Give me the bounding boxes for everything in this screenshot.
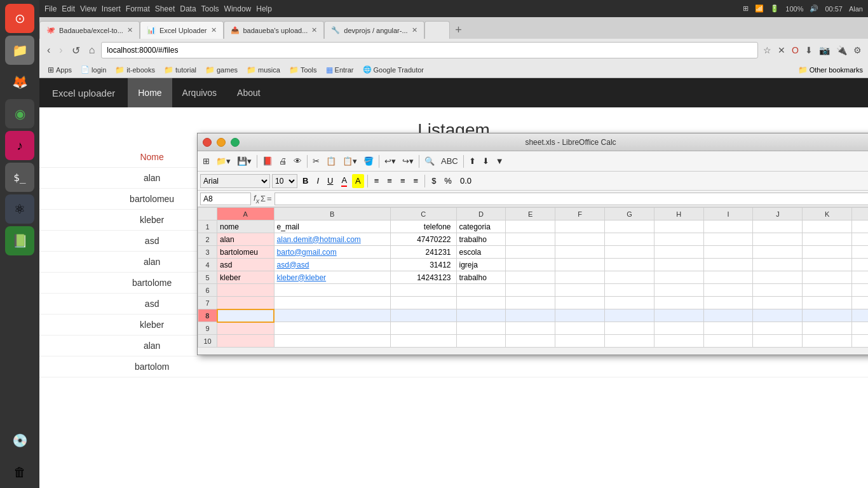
cell-a2[interactable]: alan bbox=[217, 233, 275, 246]
lo-preview-btn[interactable]: 👁 bbox=[291, 154, 304, 169]
download-icon[interactable]: ⬇ bbox=[804, 44, 814, 57]
align-left-button[interactable]: ≡ bbox=[371, 174, 383, 188]
cell-b5[interactable]: kleber@kleber bbox=[274, 271, 390, 284]
cell-k7[interactable] bbox=[803, 297, 852, 309]
cell-f6[interactable] bbox=[555, 284, 605, 297]
lo-redo-btn[interactable]: ↪▾ bbox=[400, 154, 416, 169]
cell-g7[interactable] bbox=[605, 297, 654, 309]
cell-i6[interactable] bbox=[703, 284, 753, 297]
cell-h7[interactable] bbox=[654, 297, 703, 309]
settings-icon[interactable]: ⚙ bbox=[852, 44, 863, 57]
cell-f8[interactable] bbox=[555, 309, 605, 322]
browser-tab-2[interactable]: 📊 Excel Uploader ✕ bbox=[140, 21, 224, 39]
lo-maximize-button[interactable] bbox=[231, 138, 240, 147]
disk-icon[interactable]: 💿 bbox=[5, 426, 34, 455]
align-justify-button[interactable]: ≡ bbox=[410, 174, 422, 188]
browser-tab-3[interactable]: 📤 badaueba's upload... ✕ bbox=[224, 21, 325, 39]
lo-pdf-btn[interactable]: 📕 bbox=[260, 154, 275, 169]
lo-sort-asc-btn[interactable]: ⬆ bbox=[466, 154, 478, 169]
firefox-icon[interactable]: 🦊 bbox=[5, 67, 34, 97]
cell-h6[interactable] bbox=[654, 284, 703, 297]
cell-k1[interactable] bbox=[803, 220, 852, 233]
cell-c6[interactable] bbox=[390, 284, 456, 297]
bookmark-apps[interactable]: ⊞ Apps bbox=[44, 64, 75, 76]
cell-e10[interactable] bbox=[506, 335, 555, 348]
cell-d10[interactable] bbox=[456, 335, 506, 348]
cell-l9[interactable] bbox=[852, 322, 868, 335]
cell-l2[interactable] bbox=[852, 233, 868, 246]
cell-c2[interactable]: 47470222 bbox=[390, 233, 456, 246]
cell-i2[interactable] bbox=[703, 233, 753, 246]
home-button[interactable]: ⌂ bbox=[86, 43, 98, 57]
cell-j5[interactable] bbox=[753, 271, 803, 284]
lo-close-button[interactable] bbox=[203, 138, 212, 147]
cell-f2[interactable] bbox=[555, 233, 605, 246]
col-header-k[interactable]: K bbox=[803, 208, 852, 220]
bookmark-tools[interactable]: 📁 Tools bbox=[286, 64, 320, 76]
cell-g2[interactable] bbox=[605, 233, 654, 246]
nav-item-about[interactable]: About bbox=[227, 78, 271, 107]
cell-b4[interactable]: asd@asd bbox=[274, 259, 390, 271]
lo-autofilter-btn[interactable]: ▼ bbox=[493, 154, 506, 169]
cell-l8[interactable] bbox=[852, 309, 868, 322]
cell-l5[interactable] bbox=[852, 271, 868, 284]
cell-l3[interactable] bbox=[852, 246, 868, 259]
cell-d2[interactable]: trabalho bbox=[456, 233, 506, 246]
cell-j9[interactable] bbox=[753, 322, 803, 335]
lo-copy-btn[interactable]: 📋 bbox=[323, 154, 339, 169]
font-color-button[interactable]: A bbox=[338, 174, 350, 188]
cell-a3[interactable]: bartolomeu bbox=[217, 246, 275, 259]
cell-b6[interactable] bbox=[274, 284, 390, 297]
cell-b9[interactable] bbox=[274, 322, 390, 335]
highlight-color-button[interactable]: A bbox=[352, 174, 364, 188]
browser-close-icon[interactable]: ✕ bbox=[776, 44, 787, 57]
cell-c7[interactable] bbox=[390, 297, 456, 309]
cell-a8[interactable] bbox=[217, 309, 275, 322]
address-bar[interactable] bbox=[101, 42, 758, 58]
cell-a7[interactable] bbox=[217, 297, 275, 309]
cell-e4[interactable] bbox=[506, 259, 555, 271]
cell-c5[interactable]: 14243123 bbox=[390, 271, 456, 284]
screenshot-icon[interactable]: 📷 bbox=[818, 44, 831, 57]
lo-undo-btn[interactable]: ↩▾ bbox=[382, 154, 398, 169]
percent-button[interactable]: % bbox=[441, 174, 455, 188]
opera-icon[interactable]: O bbox=[790, 44, 800, 57]
lo-minimize-button[interactable] bbox=[217, 138, 226, 147]
currency-button[interactable]: $ bbox=[428, 174, 439, 188]
cell-k10[interactable] bbox=[803, 335, 852, 348]
calc-icon[interactable]: 📗 bbox=[5, 226, 34, 255]
trash-icon[interactable]: 🗑 bbox=[5, 458, 34, 487]
cell-i4[interactable] bbox=[703, 259, 753, 271]
cell-j8[interactable] bbox=[753, 309, 803, 322]
col-header-g[interactable]: G bbox=[605, 208, 654, 220]
cell-f10[interactable] bbox=[555, 335, 605, 348]
cell-c10[interactable] bbox=[390, 335, 456, 348]
cell-e2[interactable] bbox=[506, 233, 555, 246]
lo-menu-insert[interactable]: Insert bbox=[102, 4, 121, 13]
cell-i1[interactable] bbox=[703, 220, 753, 233]
lo-open-btn[interactable]: 📁▾ bbox=[214, 154, 233, 169]
cell-h5[interactable] bbox=[654, 271, 703, 284]
lo-menu-help[interactable]: Help bbox=[256, 4, 272, 13]
cell-e5[interactable] bbox=[506, 271, 555, 284]
cell-e8[interactable] bbox=[506, 309, 555, 322]
bookmark-games[interactable]: 📁 games bbox=[202, 64, 241, 76]
lo-menu-view[interactable]: View bbox=[80, 4, 97, 13]
cell-b1[interactable]: e_mail bbox=[274, 220, 390, 233]
cell-i5[interactable] bbox=[703, 271, 753, 284]
browser-tab-1[interactable]: 🐙 Badaueba/excel-to... ✕ bbox=[39, 21, 140, 39]
cell-a1[interactable]: nome bbox=[217, 220, 275, 233]
cell-g9[interactable] bbox=[605, 322, 654, 335]
lo-menu-format[interactable]: Format bbox=[126, 4, 150, 13]
col-header-h[interactable]: H bbox=[654, 208, 703, 220]
cell-c9[interactable] bbox=[390, 322, 456, 335]
cell-c4[interactable]: 31412 bbox=[390, 259, 456, 271]
bookmark-musica[interactable]: 📁 musica bbox=[243, 64, 283, 76]
cell-e6[interactable] bbox=[506, 284, 555, 297]
cell-j10[interactable] bbox=[753, 335, 803, 348]
lo-sort-desc-btn[interactable]: ⬇ bbox=[480, 154, 492, 169]
cell-d7[interactable] bbox=[456, 297, 506, 309]
cell-a6[interactable] bbox=[217, 284, 275, 297]
font-size-select[interactable]: 10 bbox=[272, 174, 297, 188]
cell-g10[interactable] bbox=[605, 335, 654, 348]
